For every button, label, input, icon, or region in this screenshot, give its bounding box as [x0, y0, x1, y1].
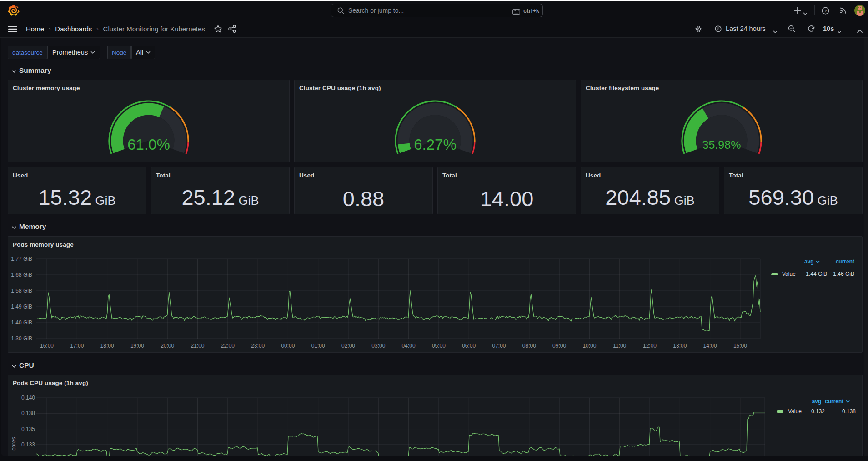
svg-text:19:00: 19:00	[130, 343, 144, 349]
svg-text:22:00: 22:00	[221, 343, 235, 349]
svg-text:09:00: 09:00	[552, 343, 566, 349]
svg-text:0.135: 0.135	[21, 426, 35, 432]
svg-text:01:00: 01:00	[311, 343, 325, 349]
svg-text:61.0%: 61.0%	[127, 136, 170, 153]
svg-text:18:00: 18:00	[100, 343, 114, 349]
svg-text:1.77 GiB: 1.77 GiB	[11, 256, 32, 262]
svg-text:12:00: 12:00	[643, 343, 657, 349]
svg-text:1.49 GiB: 1.49 GiB	[11, 304, 32, 310]
svg-text:35.98%: 35.98%	[702, 138, 741, 151]
svg-text:15:00: 15:00	[733, 343, 747, 349]
svg-text:05:00: 05:00	[432, 343, 446, 349]
svg-text:20:00: 20:00	[161, 343, 174, 349]
svg-text:03:00: 03:00	[371, 343, 385, 349]
svg-text:0.138: 0.138	[21, 410, 35, 416]
svg-text:04:00: 04:00	[402, 343, 416, 349]
svg-text:10:00: 10:00	[582, 343, 596, 349]
svg-text:08:00: 08:00	[522, 343, 536, 349]
svg-text:13:00: 13:00	[673, 343, 687, 349]
svg-text:07:00: 07:00	[492, 343, 506, 349]
svg-text:00:00: 00:00	[281, 343, 295, 349]
svg-text:1.30 GiB: 1.30 GiB	[11, 335, 32, 342]
svg-text:cores: cores	[10, 437, 17, 450]
svg-text:02:00: 02:00	[341, 343, 355, 349]
svg-text:16:00: 16:00	[40, 343, 54, 349]
svg-text:1.68 GiB: 1.68 GiB	[11, 272, 32, 278]
svg-text:0.140: 0.140	[21, 395, 35, 401]
svg-text:14:00: 14:00	[703, 343, 717, 349]
svg-text:06:00: 06:00	[462, 343, 476, 349]
svg-text:0.133: 0.133	[21, 441, 35, 448]
svg-text:?: ?	[824, 8, 827, 13]
svg-text:23:00: 23:00	[251, 343, 265, 349]
svg-text:1.58 GiB: 1.58 GiB	[11, 288, 32, 294]
svg-text:11:00: 11:00	[613, 343, 626, 349]
svg-text:21:00: 21:00	[191, 343, 204, 349]
svg-text:1.40 GiB: 1.40 GiB	[11, 319, 32, 326]
svg-text:17:00: 17:00	[70, 343, 84, 349]
svg-text:6.27%: 6.27%	[414, 136, 457, 153]
